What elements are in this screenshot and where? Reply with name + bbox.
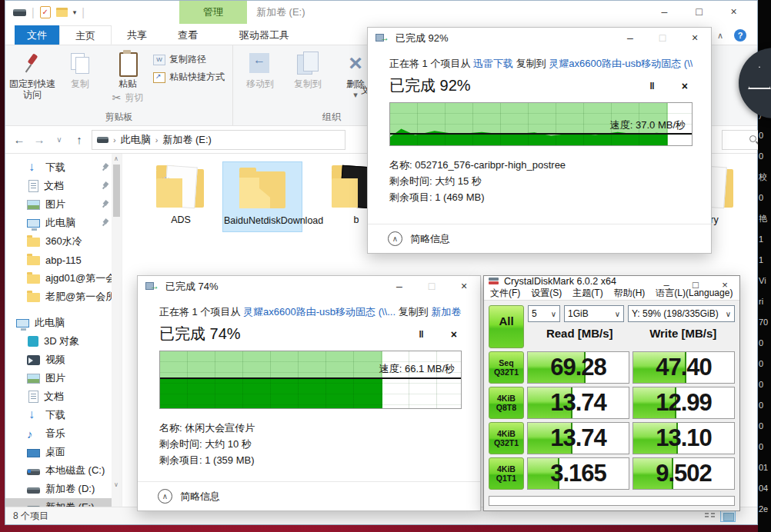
sidebar-item-folder[interactable]: ajgd01@第一会 [5, 269, 122, 288]
recent-locations-dropdown-icon[interactable]: ∨ [52, 135, 67, 144]
close-button[interactable]: × [679, 28, 711, 48]
qat-customize-dropdown-icon[interactable]: ▾ [73, 8, 77, 16]
target-drive-select[interactable]: Y: 59% (198/335GiB)∨ [628, 305, 735, 322]
menu-file[interactable]: 文件(F) [490, 287, 520, 300]
write-value-cell: 47.40 [632, 351, 735, 384]
close-button[interactable]: × [710, 276, 739, 295]
sidebar-item-drive-c[interactable]: 本地磁盘 (C:) [5, 461, 122, 480]
source-link[interactable]: 迅雷下载 [473, 58, 513, 69]
sidebar-item-downloads2[interactable]: 下载 [5, 406, 122, 424]
tab-home[interactable]: 主页 [59, 25, 112, 45]
back-icon[interactable]: ← [12, 133, 27, 146]
pin-to-quick-access-button[interactable]: 固定到快速访问 [8, 48, 56, 110]
scroll-down-icon[interactable]: ∨ [114, 481, 118, 488]
test-count-select[interactable]: 5∨ [528, 305, 560, 322]
tab-drive-tools[interactable]: 驱动器工具 [224, 25, 305, 45]
sidebar-section-this-pc[interactable]: 此电脑 [5, 314, 122, 332]
forward-icon[interactable]: → [32, 133, 47, 146]
sidebar-item-videos[interactable]: 视频 [5, 351, 122, 369]
window-title: 新加卷 (E:) [256, 1, 305, 24]
move-to-button[interactable]: 移动到 [236, 48, 284, 110]
large-icons-view-icon[interactable] [720, 510, 736, 522]
speed-marker-line [390, 133, 692, 135]
copy-files-icon [375, 33, 389, 44]
tab-share[interactable]: 共享 [112, 25, 162, 45]
breadcrumb-this-pc[interactable]: 此电脑 [121, 133, 151, 147]
copy-icon [68, 52, 92, 76]
properties-icon[interactable]: ✓ [40, 6, 51, 18]
test-size-select[interactable]: 1GiB∨ [564, 305, 624, 322]
truncated-text-column: )00校0艳11Viri7000000001042e [759, 109, 768, 514]
delete-dropdown-icon[interactable]: ▾ [353, 89, 358, 100]
copy-button[interactable]: 复制 [56, 48, 104, 110]
copy-to-button[interactable]: 复制到 [284, 48, 332, 110]
scroll-up-icon[interactable]: ∧ [114, 155, 118, 162]
pause-button[interactable]: ‖ [419, 328, 424, 340]
minimize-ribbon-icon[interactable]: ∧ [717, 31, 723, 41]
copy-path-button[interactable]: W 复制路径 [153, 53, 225, 66]
sidebar-item-drive-d[interactable]: 新加卷 (D:) [5, 480, 122, 498]
sidebar-item-music[interactable]: ♪ 音乐 [5, 424, 122, 443]
sidebar-item-pictures2[interactable]: 图片 [5, 369, 122, 387]
4kib-q1t1-button[interactable]: 4KiBQ1T1 [489, 457, 524, 490]
sidebar-scrollbar[interactable]: ∧ ∨ [112, 154, 122, 507]
minimize-button[interactable]: – [652, 276, 681, 295]
sidebar-item-pictures[interactable]: 图片 [5, 195, 122, 214]
comment-input[interactable] [489, 496, 735, 506]
source-link[interactable]: 灵耀ax6600路由-usb移动固态 (\\... [243, 306, 396, 318]
sidebar-item-drive-e[interactable]: 新加卷 (E:) [5, 498, 122, 507]
pause-button[interactable]: ‖ [649, 80, 655, 91]
sidebar-item-folder[interactable]: 360水冷 [5, 232, 122, 251]
cancel-button[interactable]: × [451, 328, 457, 341]
minimize-button[interactable]: – [614, 28, 646, 48]
sidebar-item-folder[interactable]: abp-115 [5, 251, 122, 269]
paste-shortcut-button[interactable]: 粘贴快捷方式 [153, 71, 225, 84]
copy-details: 名称: 052716_576-caribpr-high_postree 剩余时间… [389, 157, 693, 205]
search-icon [749, 135, 756, 142]
folder-icon [27, 274, 40, 284]
4kib-q8t8-button[interactable]: 4KiBQ8T8 [489, 387, 524, 419]
help-icon[interactable]: ? [734, 29, 746, 42]
close-button[interactable]: × [716, 1, 751, 23]
manage-contextual-tab[interactable]: 管理 [179, 1, 247, 24]
breadcrumb[interactable]: › 此电脑 › 新加卷 (E:) [92, 130, 345, 150]
paste-button[interactable]: 粘贴 ✂ 剪切 [104, 48, 152, 110]
destination-link[interactable]: 灵耀ax6600路由-usb移动固态 (\\1... [549, 58, 693, 69]
destination-link[interactable]: 新加卷 (E:) [431, 306, 462, 318]
tab-view[interactable]: 查看 [162, 25, 213, 45]
sidebar-item-downloads[interactable]: 下载 [5, 158, 122, 177]
this-pc-icon [16, 319, 29, 328]
seq-q32t1-button[interactable]: SeqQ32T1 [489, 351, 524, 384]
cut-button[interactable]: ✂ 剪切 [112, 92, 144, 103]
menu-settings[interactable]: 设置(S) [531, 287, 562, 300]
sidebar-item-desktop[interactable]: 桌面 [5, 443, 122, 461]
scrollbar-thumb[interactable] [113, 165, 120, 217]
sidebar-item-folder[interactable]: 老肥@第一会所 [5, 288, 122, 306]
menu-help[interactable]: 帮助(H) [614, 287, 646, 300]
cut-icon: ✂ [112, 92, 122, 103]
all-test-button[interactable]: All [489, 305, 524, 348]
maximize-button[interactable]: □ [682, 1, 716, 23]
sidebar-item-documents[interactable]: 文档 [5, 177, 122, 195]
cancel-button[interactable]: × [682, 80, 688, 92]
breadcrumb-current[interactable]: 新加卷 (E:) [162, 133, 212, 147]
sidebar-item-3d-objects[interactable]: 3D 对象 [5, 332, 122, 351]
fewer-details-toggle[interactable]: ∧ 简略信息 [138, 481, 480, 510]
folder-tile-baidunetdisk[interactable]: BaiduNetdiskDownload [222, 161, 302, 232]
write-value-cell: 13.10 [632, 422, 735, 454]
details-view-icon[interactable] [702, 510, 717, 522]
tab-file[interactable]: 文件 [15, 25, 59, 45]
sidebar-item-documents2[interactable]: 文档 [5, 387, 122, 406]
new-folder-icon[interactable] [56, 8, 68, 17]
menu-theme[interactable]: 主题(T) [572, 287, 602, 300]
minimize-button[interactable]: – [647, 1, 682, 23]
close-button[interactable]: × [448, 276, 480, 297]
maximize-button[interactable]: □ [681, 276, 710, 295]
speed-marker-line [160, 377, 461, 379]
fewer-details-toggle[interactable]: ∧ 简略信息 [368, 224, 711, 253]
sidebar-item-this-pc-pinned[interactable]: 此电脑 [5, 214, 122, 232]
up-icon[interactable]: ↑ [72, 133, 87, 146]
4kib-q32t1-button[interactable]: 4KiBQ32T1 [489, 422, 524, 454]
folder-tile-ads[interactable]: ⚙ ⚙ ADS [141, 161, 221, 231]
minimize-button[interactable]: – [383, 276, 416, 297]
